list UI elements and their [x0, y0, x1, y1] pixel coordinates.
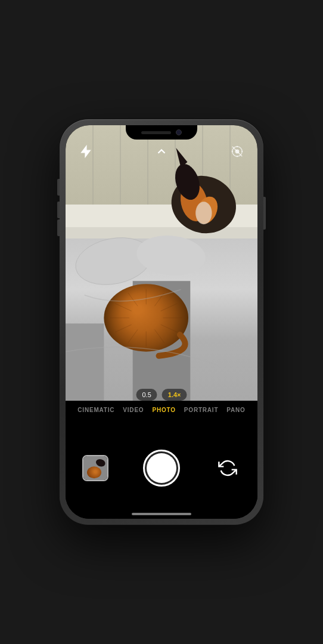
chevron-up-icon[interactable] [152, 142, 171, 161]
zoom-1-4-button[interactable]: 1.4× [162, 389, 187, 401]
camera-view: 0.5 1.4× CINEMATIC VIDEO PHOTO PORTRAIT … [66, 125, 257, 519]
live-photo-icon[interactable] [228, 142, 247, 161]
camera-controls-row [66, 417, 257, 519]
shutter-inner [147, 453, 176, 483]
phone-screen: 0.5 1.4× CINEMATIC VIDEO PHOTO PORTRAIT … [66, 125, 257, 519]
mode-portrait[interactable]: PORTRAIT [184, 407, 219, 413]
zoom-0-5-button[interactable]: 0.5 [136, 389, 157, 401]
shutter-button[interactable] [143, 450, 180, 487]
phone-frame: 0.5 1.4× CINEMATIC VIDEO PHOTO PORTRAIT … [60, 119, 263, 525]
svg-marker-0 [82, 146, 91, 157]
zoom-indicator: 0.5 1.4× [136, 389, 187, 401]
thumbnail-canvas [83, 456, 107, 480]
mode-photo[interactable]: PHOTO [152, 407, 175, 413]
speaker [141, 131, 171, 134]
mode-pano[interactable]: PANO [226, 407, 245, 413]
flash-icon[interactable] [76, 142, 95, 161]
flip-camera-button[interactable] [215, 455, 241, 481]
photo-canvas [66, 125, 257, 408]
mode-video[interactable]: VIDEO [123, 407, 144, 413]
home-indicator [132, 513, 191, 515]
mode-selector: CINEMATIC VIDEO PHOTO PORTRAIT PANO [66, 401, 257, 417]
bottom-controls: CINEMATIC VIDEO PHOTO PORTRAIT PANO [66, 401, 257, 519]
mode-cinematic[interactable]: CINEMATIC [77, 407, 114, 413]
notch [126, 125, 197, 140]
top-controls-bar [66, 142, 257, 161]
front-camera-dot [176, 129, 182, 135]
last-photo-thumbnail[interactable] [82, 455, 108, 481]
viewfinder [66, 125, 257, 408]
